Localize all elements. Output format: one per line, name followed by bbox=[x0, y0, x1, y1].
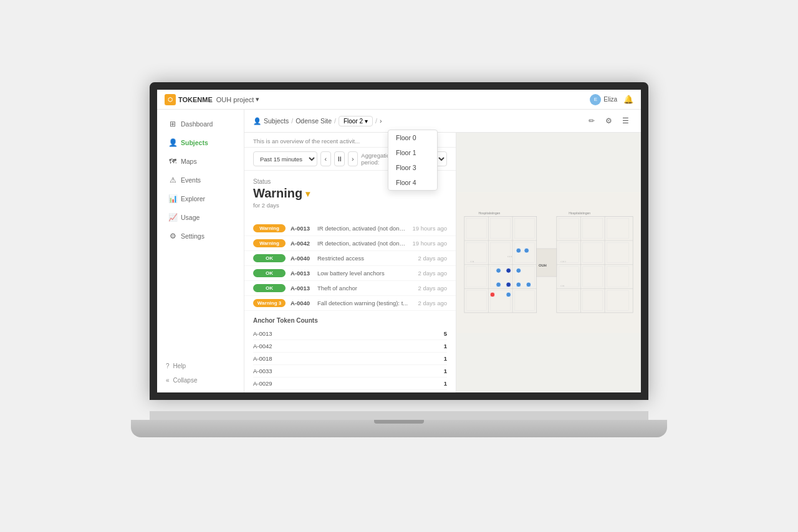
sidebar-item-explorer[interactable]: 📊 Explorer bbox=[160, 190, 241, 207]
prev-button[interactable]: ‹ bbox=[320, 151, 331, 166]
svg-rect-37 bbox=[537, 249, 557, 277]
sidebar-item-label: Explorer bbox=[181, 195, 205, 202]
laptop-shell: ⬡ TOKENME OUH project ▾ E Eliza bbox=[131, 82, 667, 450]
sidebar-item-dashboard[interactable]: ⊞ Dashboard bbox=[160, 115, 241, 133]
project-selector[interactable]: OUH project ▾ bbox=[216, 95, 260, 103]
status-duration: for 2 days bbox=[253, 202, 447, 209]
list-item: A-0013 5 bbox=[253, 328, 447, 340]
event-description: Low battery level anchors bbox=[317, 270, 413, 277]
status-text: Warning bbox=[253, 186, 302, 201]
floor-label: Floor 2 bbox=[344, 118, 363, 125]
floor-dropdown-menu: Floor 0 Floor 1 Floor 3 Floor 4 bbox=[388, 130, 438, 191]
event-id: A-0013 bbox=[291, 225, 312, 232]
edit-button[interactable]: ✏ bbox=[585, 114, 598, 128]
next-button[interactable]: › bbox=[348, 151, 358, 166]
table-row[interactable]: OK A-0013 Low battery level anchors 2 da… bbox=[244, 266, 456, 281]
sidebar-item-settings[interactable]: ⚙ Settings bbox=[160, 227, 241, 245]
anchor-id: A-0029 bbox=[253, 380, 272, 387]
content-area: 👤 Subjects / Odense Site / Floor 2 ▾ / › bbox=[244, 110, 641, 392]
sidebar-item-subjects[interactable]: 👤 Subjects bbox=[160, 134, 241, 151]
event-description: IR detection, activated (not done).... bbox=[317, 240, 408, 247]
svg-point-46 bbox=[496, 268, 501, 273]
table-row[interactable]: Warning 3 A-0040 Fall detection warning … bbox=[244, 296, 456, 311]
content-body: This is an overview of the recent activi… bbox=[244, 133, 641, 392]
floor-option-3[interactable]: Floor 3 bbox=[388, 160, 437, 175]
floor-dropdown-button[interactable]: Floor 2 ▾ bbox=[339, 116, 373, 126]
explorer-icon: 📊 bbox=[168, 194, 177, 203]
sidebar-item-maps[interactable]: 🗺 Maps bbox=[160, 153, 241, 170]
laptop-base bbox=[131, 420, 667, 437]
breadcrumb-subjects[interactable]: Subjects bbox=[264, 117, 289, 125]
warning-dropdown-icon[interactable]: ▾ bbox=[305, 189, 310, 199]
sidebar-item-collapse[interactable]: « Collapse bbox=[157, 373, 244, 387]
breadcrumb-sep-2: / bbox=[334, 117, 336, 125]
sidebar-nav: ⊞ Dashboard 👤 Subjects 🗺 Maps ⚠ bbox=[157, 115, 244, 245]
user-badge[interactable]: E Eliza bbox=[590, 94, 617, 105]
settings-button[interactable]: ⚙ bbox=[602, 114, 615, 128]
event-id: A-0013 bbox=[291, 270, 312, 277]
project-name: OUH project bbox=[216, 96, 254, 103]
anchor-section: Anchor Token Counts A-0013 5 A-0042 1 bbox=[244, 311, 456, 392]
table-row[interactable]: Warning A-0013 IR detection, activated (… bbox=[244, 221, 456, 236]
event-id: A-0040 bbox=[291, 255, 312, 262]
event-description: Theft of anchor bbox=[317, 285, 413, 292]
anchor-count: 1 bbox=[444, 380, 447, 387]
map-panel[interactable]: Hospitalstingen Hospitalstingen ‹ ›‹ ‹ ›… bbox=[456, 133, 641, 392]
event-time: 2 days ago bbox=[418, 285, 447, 292]
floor-option-1[interactable]: Floor 1 bbox=[388, 145, 437, 160]
events-table: Warning A-0013 IR detection, activated (… bbox=[244, 221, 456, 311]
sidebar: ⊞ Dashboard 👤 Subjects 🗺 Maps ⚠ bbox=[157, 110, 244, 392]
anchor-id: A-0018 bbox=[253, 355, 272, 362]
event-time: 2 days ago bbox=[418, 270, 447, 277]
table-row[interactable]: Warning A-0042 IR detection, activated (… bbox=[244, 236, 456, 251]
anchor-id: A-0042 bbox=[253, 343, 272, 349]
sidebar-item-help[interactable]: ? Help bbox=[157, 359, 244, 373]
svg-point-49 bbox=[496, 282, 501, 287]
logo: ⬡ TOKENME bbox=[165, 94, 213, 105]
list-item: A-0029 1 bbox=[253, 378, 447, 390]
time-range-select[interactable]: Past 15 minutes Past 30 minutes Past hou… bbox=[253, 151, 317, 166]
anchor-count: 1 bbox=[444, 343, 447, 349]
anchor-id: A-0033 bbox=[253, 368, 272, 374]
anchor-title: Anchor Token Counts bbox=[253, 317, 447, 324]
breadcrumb-sep-1: / bbox=[291, 117, 293, 125]
svg-point-50 bbox=[506, 282, 511, 287]
user-name: Eliza bbox=[603, 96, 617, 103]
sidebar-item-events[interactable]: ⚠ Events bbox=[160, 171, 241, 189]
floor-option-0[interactable]: Floor 0 bbox=[388, 130, 437, 145]
svg-point-51 bbox=[516, 282, 521, 287]
event-time: 19 hours ago bbox=[413, 240, 447, 247]
topbar-right: E Eliza 🔔 bbox=[590, 94, 633, 105]
maps-icon: 🗺 bbox=[168, 157, 177, 166]
breadcrumb-actions: ✏ ⚙ ☰ bbox=[585, 114, 632, 128]
svg-text:Hospitalstingen: Hospitalstingen bbox=[569, 211, 590, 215]
dashboard-icon: ⊞ bbox=[168, 120, 177, 128]
svg-text:‹ › ‹: ‹ › ‹ bbox=[507, 255, 512, 258]
svg-point-52 bbox=[526, 282, 531, 287]
anchor-count: 1 bbox=[444, 355, 447, 362]
pause-button[interactable]: ⏸ bbox=[334, 151, 345, 166]
subjects-icon: 👤 bbox=[168, 138, 177, 147]
table-row[interactable]: OK A-0040 Restricted access 2 days ago bbox=[244, 251, 456, 266]
event-description: Fall detection warning (testing): t... bbox=[317, 300, 413, 306]
notification-bell-icon[interactable]: 🔔 bbox=[623, 95, 633, 104]
topbar-left: ⬡ TOKENME OUH project ▾ bbox=[165, 94, 259, 105]
laptop-screen: ⬡ TOKENME OUH project ▾ E Eliza bbox=[150, 82, 648, 400]
collapse-label: Collapse bbox=[173, 377, 198, 384]
event-time: 2 days ago bbox=[418, 255, 447, 262]
app: ⬡ TOKENME OUH project ▾ E Eliza bbox=[157, 90, 641, 392]
event-badge-warning: Warning bbox=[253, 239, 286, 247]
sidebar-item-label: Maps bbox=[181, 158, 197, 165]
event-badge-warning: Warning bbox=[253, 224, 286, 232]
events-icon: ⚠ bbox=[168, 176, 177, 184]
table-view-button[interactable]: ☰ bbox=[618, 114, 632, 128]
breadcrumb-bar: 👤 Subjects / Odense Site / Floor 2 ▾ / › bbox=[244, 110, 641, 133]
avatar: E bbox=[590, 94, 601, 105]
breadcrumb-site[interactable]: Odense Site bbox=[296, 117, 332, 125]
table-row[interactable]: OK A-0013 Theft of anchor 2 days ago bbox=[244, 281, 456, 296]
breadcrumb-sep-3: / bbox=[375, 117, 377, 125]
help-icon: ? bbox=[166, 363, 170, 369]
sidebar-item-usage[interactable]: 📈 Usage bbox=[160, 209, 241, 226]
sidebar-item-label: Dashboard bbox=[181, 120, 213, 128]
floor-option-4[interactable]: Floor 4 bbox=[388, 175, 437, 190]
